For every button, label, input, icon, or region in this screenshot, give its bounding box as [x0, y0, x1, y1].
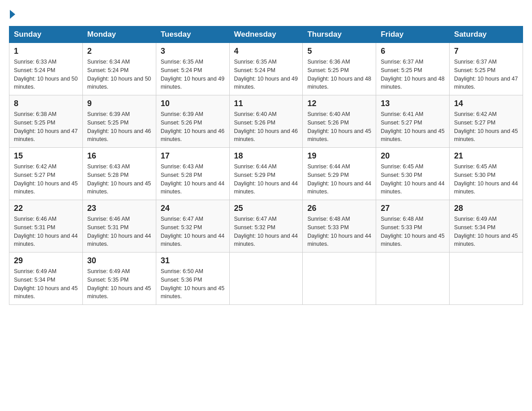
calendar-table: Sunday Monday Tuesday Wednesday Thursday… — [9, 26, 523, 305]
day-number: 3 — [161, 47, 225, 56]
col-thursday: Thursday — [303, 26, 376, 43]
day-info: Sunrise: 6:48 AMSunset: 5:33 PMDaylight:… — [307, 215, 371, 248]
day-number: 21 — [454, 151, 518, 161]
day-cell: 19Sunrise: 6:44 AMSunset: 5:29 PMDayligh… — [303, 148, 376, 200]
day-cell: 8Sunrise: 6:38 AMSunset: 5:25 PMDaylight… — [9, 95, 83, 148]
col-friday: Friday — [376, 26, 450, 43]
day-number: 20 — [381, 151, 445, 161]
day-cell — [376, 253, 450, 305]
week-row-3: 15Sunrise: 6:42 AMSunset: 5:27 PMDayligh… — [9, 148, 523, 200]
day-cell — [303, 253, 376, 305]
day-number: 16 — [87, 151, 151, 161]
day-cell: 12Sunrise: 6:40 AMSunset: 5:26 PMDayligh… — [303, 95, 376, 148]
day-cell: 6Sunrise: 6:37 AMSunset: 5:25 PMDaylight… — [376, 43, 450, 95]
day-number: 25 — [234, 204, 298, 213]
day-info: Sunrise: 6:44 AMSunset: 5:29 PMDaylight:… — [307, 163, 371, 196]
day-info: Sunrise: 6:43 AMSunset: 5:28 PMDaylight:… — [87, 163, 151, 196]
day-cell: 5Sunrise: 6:36 AMSunset: 5:25 PMDaylight… — [303, 43, 376, 95]
day-number: 22 — [14, 204, 78, 213]
day-cell: 30Sunrise: 6:49 AMSunset: 5:35 PMDayligh… — [82, 253, 156, 305]
day-cell: 23Sunrise: 6:46 AMSunset: 5:31 PMDayligh… — [82, 200, 156, 253]
week-row-1: 1Sunrise: 6:33 AMSunset: 5:24 PMDaylight… — [9, 43, 523, 95]
day-number: 7 — [454, 47, 518, 56]
day-info: Sunrise: 6:35 AMSunset: 5:24 PMDaylight:… — [234, 58, 298, 91]
day-info: Sunrise: 6:47 AMSunset: 5:32 PMDaylight:… — [234, 215, 298, 248]
day-number: 5 — [307, 47, 371, 56]
day-info: Sunrise: 6:41 AMSunset: 5:27 PMDaylight:… — [381, 110, 445, 144]
day-cell: 9Sunrise: 6:39 AMSunset: 5:25 PMDaylight… — [82, 95, 156, 148]
day-cell: 10Sunrise: 6:39 AMSunset: 5:26 PMDayligh… — [156, 95, 229, 148]
day-cell: 24Sunrise: 6:47 AMSunset: 5:32 PMDayligh… — [156, 200, 229, 253]
day-cell — [229, 253, 303, 305]
day-cell: 15Sunrise: 6:42 AMSunset: 5:27 PMDayligh… — [9, 148, 83, 200]
day-number: 6 — [381, 47, 445, 56]
header-row: Sunday Monday Tuesday Wednesday Thursday… — [9, 26, 523, 43]
day-cell: 27Sunrise: 6:48 AMSunset: 5:33 PMDayligh… — [376, 200, 450, 253]
week-row-5: 29Sunrise: 6:49 AMSunset: 5:34 PMDayligh… — [9, 253, 523, 305]
day-cell: 25Sunrise: 6:47 AMSunset: 5:32 PMDayligh… — [229, 200, 303, 253]
day-number: 28 — [454, 204, 518, 213]
day-cell: 20Sunrise: 6:45 AMSunset: 5:30 PMDayligh… — [376, 148, 450, 200]
day-cell: 22Sunrise: 6:46 AMSunset: 5:31 PMDayligh… — [9, 200, 83, 253]
day-info: Sunrise: 6:38 AMSunset: 5:25 PMDaylight:… — [14, 110, 78, 144]
day-number: 12 — [307, 99, 371, 108]
col-tuesday: Tuesday — [156, 26, 229, 43]
logo-arrow-icon — [10, 10, 15, 19]
day-number: 13 — [381, 99, 445, 108]
week-row-4: 22Sunrise: 6:46 AMSunset: 5:31 PMDayligh… — [9, 200, 523, 253]
day-info: Sunrise: 6:46 AMSunset: 5:31 PMDaylight:… — [87, 215, 151, 248]
day-cell: 13Sunrise: 6:41 AMSunset: 5:27 PMDayligh… — [376, 95, 450, 148]
day-number: 14 — [454, 99, 518, 108]
col-wednesday: Wednesday — [229, 26, 303, 43]
day-number: 31 — [161, 256, 225, 265]
day-number: 18 — [234, 151, 298, 161]
day-number: 24 — [161, 204, 225, 213]
day-info: Sunrise: 6:34 AMSunset: 5:24 PMDaylight:… — [87, 58, 151, 91]
day-info: Sunrise: 6:49 AMSunset: 5:35 PMDaylight:… — [87, 267, 151, 301]
day-info: Sunrise: 6:35 AMSunset: 5:24 PMDaylight:… — [161, 58, 225, 91]
page-header — [9, 9, 523, 17]
day-info: Sunrise: 6:49 AMSunset: 5:34 PMDaylight:… — [14, 267, 78, 301]
day-number: 26 — [307, 204, 371, 213]
week-row-2: 8Sunrise: 6:38 AMSunset: 5:25 PMDaylight… — [9, 95, 523, 148]
day-cell: 18Sunrise: 6:44 AMSunset: 5:29 PMDayligh… — [229, 148, 303, 200]
day-cell: 4Sunrise: 6:35 AMSunset: 5:24 PMDaylight… — [229, 43, 303, 95]
day-cell: 31Sunrise: 6:50 AMSunset: 5:36 PMDayligh… — [156, 253, 229, 305]
day-number: 1 — [14, 47, 78, 56]
day-number: 29 — [14, 256, 78, 265]
day-info: Sunrise: 6:36 AMSunset: 5:25 PMDaylight:… — [307, 58, 371, 91]
day-info: Sunrise: 6:48 AMSunset: 5:33 PMDaylight:… — [381, 215, 445, 248]
day-number: 23 — [87, 204, 151, 213]
day-info: Sunrise: 6:46 AMSunset: 5:31 PMDaylight:… — [14, 215, 78, 248]
day-cell: 3Sunrise: 6:35 AMSunset: 5:24 PMDaylight… — [156, 43, 229, 95]
day-number: 8 — [14, 99, 78, 108]
day-info: Sunrise: 6:44 AMSunset: 5:29 PMDaylight:… — [234, 163, 298, 196]
day-info: Sunrise: 6:40 AMSunset: 5:26 PMDaylight:… — [234, 110, 298, 144]
day-info: Sunrise: 6:42 AMSunset: 5:27 PMDaylight:… — [14, 163, 78, 196]
day-cell: 2Sunrise: 6:34 AMSunset: 5:24 PMDaylight… — [82, 43, 156, 95]
day-info: Sunrise: 6:47 AMSunset: 5:32 PMDaylight:… — [161, 215, 225, 248]
day-info: Sunrise: 6:39 AMSunset: 5:25 PMDaylight:… — [87, 110, 151, 144]
day-number: 10 — [161, 99, 225, 108]
day-number: 9 — [87, 99, 151, 108]
col-monday: Monday — [82, 26, 156, 43]
day-cell: 21Sunrise: 6:45 AMSunset: 5:30 PMDayligh… — [450, 148, 523, 200]
day-info: Sunrise: 6:42 AMSunset: 5:27 PMDaylight:… — [454, 110, 518, 144]
day-cell: 16Sunrise: 6:43 AMSunset: 5:28 PMDayligh… — [82, 148, 156, 200]
day-cell: 7Sunrise: 6:37 AMSunset: 5:25 PMDaylight… — [450, 43, 523, 95]
day-cell — [450, 253, 523, 305]
day-cell: 1Sunrise: 6:33 AMSunset: 5:24 PMDaylight… — [9, 43, 83, 95]
day-cell: 14Sunrise: 6:42 AMSunset: 5:27 PMDayligh… — [450, 95, 523, 148]
day-number: 27 — [381, 204, 445, 213]
day-cell: 28Sunrise: 6:49 AMSunset: 5:34 PMDayligh… — [450, 200, 523, 253]
col-sunday: Sunday — [9, 26, 83, 43]
day-number: 30 — [87, 256, 151, 265]
day-info: Sunrise: 6:37 AMSunset: 5:25 PMDaylight:… — [381, 58, 445, 91]
day-info: Sunrise: 6:40 AMSunset: 5:26 PMDaylight:… — [307, 110, 371, 144]
day-number: 19 — [307, 151, 371, 161]
day-info: Sunrise: 6:45 AMSunset: 5:30 PMDaylight:… — [454, 163, 518, 196]
day-number: 15 — [14, 151, 78, 161]
day-info: Sunrise: 6:50 AMSunset: 5:36 PMDaylight:… — [161, 267, 225, 301]
day-cell: 17Sunrise: 6:43 AMSunset: 5:28 PMDayligh… — [156, 148, 229, 200]
day-number: 17 — [161, 151, 225, 161]
